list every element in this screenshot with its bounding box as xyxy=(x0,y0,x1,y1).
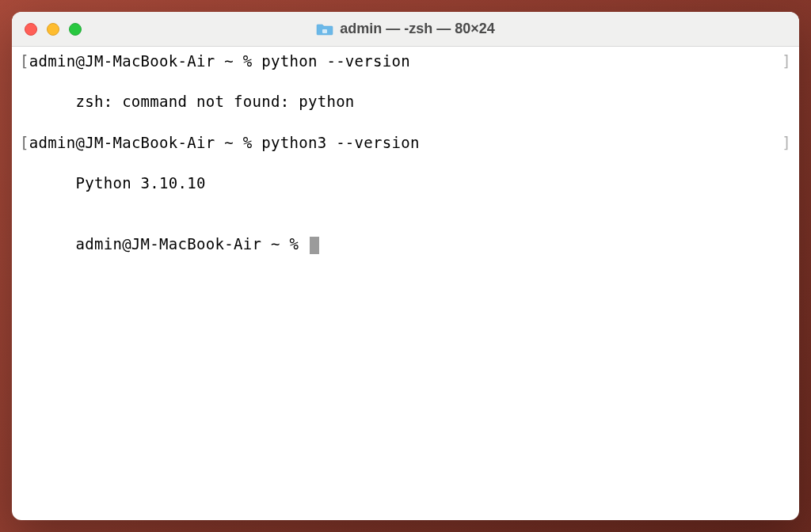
svg-rect-0 xyxy=(322,29,327,33)
minimize-button[interactable] xyxy=(47,23,59,36)
line-bracket-left: [ xyxy=(20,52,29,70)
title-bar: admin — -zsh — 80×24 xyxy=(12,12,799,47)
prompt-text: admin@JM-MacBook-Air ~ % xyxy=(75,235,307,253)
folder-icon xyxy=(316,22,333,36)
line-bracket-left: [ xyxy=(20,134,29,151)
traffic-lights xyxy=(12,23,82,36)
terminal-line: [admin@JM-MacBook-Air ~ % python3 --vers… xyxy=(20,133,791,154)
terminal-body[interactable]: [admin@JM-MacBook-Air ~ % python --versi… xyxy=(12,47,799,520)
terminal-line: zsh: command not found: python xyxy=(20,72,791,133)
line-content: admin@JM-MacBook-Air ~ % python --versio… xyxy=(29,52,410,70)
maximize-button[interactable] xyxy=(69,23,82,36)
line-content: admin@JM-MacBook-Air ~ % python3 --versi… xyxy=(29,134,420,151)
title-center: admin — -zsh — 80×24 xyxy=(12,21,799,37)
close-button[interactable] xyxy=(25,23,37,36)
terminal-line: [admin@JM-MacBook-Air ~ % python --versi… xyxy=(20,51,791,72)
line-content: Python 3.10.10 xyxy=(75,174,205,192)
terminal-prompt-line: admin@JM-MacBook-Air ~ % xyxy=(20,214,791,275)
window-title: admin — -zsh — 80×24 xyxy=(340,21,495,37)
line-bracket-right: ] xyxy=(782,133,791,154)
line-content: zsh: command not found: python xyxy=(75,93,354,110)
line-bracket-right: ] xyxy=(782,51,791,72)
cursor xyxy=(310,237,319,254)
terminal-line: Python 3.10.10 xyxy=(20,153,791,214)
terminal-window: admin — -zsh — 80×24 [admin@JM-MacBook-A… xyxy=(12,12,799,520)
